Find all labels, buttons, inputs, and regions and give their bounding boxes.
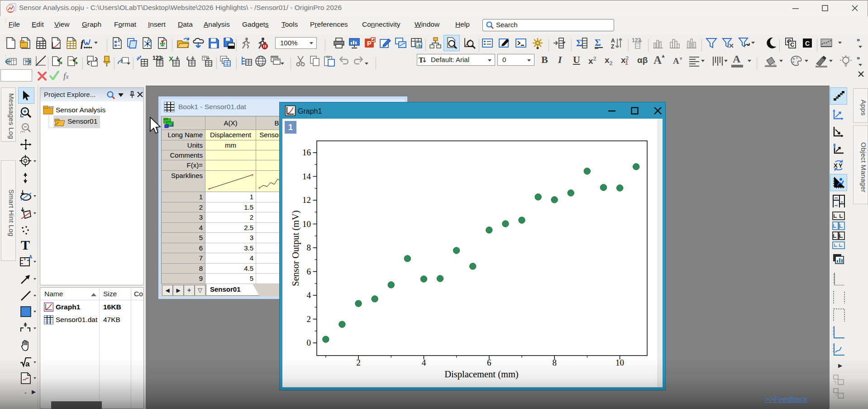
svg-text:6: 6 <box>487 358 491 367</box>
svg-text:16: 16 <box>302 148 311 157</box>
svg-text:10: 10 <box>302 219 311 229</box>
svg-text:8: 8 <box>307 243 311 252</box>
svg-text:14: 14 <box>302 172 311 181</box>
svg-text:Z: Z <box>611 43 614 49</box>
svg-text:4: 4 <box>307 290 311 300</box>
svg-text:T: T <box>419 56 424 64</box>
svg-text:0: 0 <box>307 338 311 347</box>
svg-text:Σ: Σ <box>576 38 582 48</box>
svg-text:Displacement (mm): Displacement (mm) <box>444 369 518 380</box>
svg-text:123: 123 <box>632 37 641 43</box>
svg-text:12: 12 <box>302 195 311 205</box>
svg-text:C: C <box>805 40 810 47</box>
svg-text:2: 2 <box>356 358 361 367</box>
svg-text:Σ: Σ <box>595 37 601 48</box>
svg-text:6: 6 <box>307 267 311 276</box>
svg-text:10: 10 <box>615 358 624 367</box>
svg-text:Sensor Output (mV): Sensor Output (mV) <box>291 210 301 286</box>
svg-text:8: 8 <box>552 358 557 367</box>
svg-text:A: A <box>611 38 615 44</box>
svg-text:4: 4 <box>422 358 426 367</box>
svg-text:A: A <box>29 255 32 260</box>
svg-text:C: C <box>790 41 795 48</box>
svg-text:Y: Y <box>839 162 843 169</box>
svg-text:X: X <box>834 162 838 169</box>
svg-text:a: a <box>25 360 30 368</box>
svg-text:2: 2 <box>307 314 311 324</box>
